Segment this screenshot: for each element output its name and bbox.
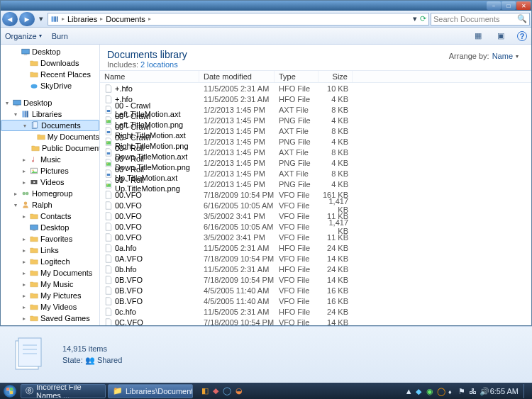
volume-icon[interactable]: 🔊 [480, 387, 488, 395]
tray-icon[interactable]: ◯ [437, 387, 445, 395]
expand-icon[interactable]: ▸ [21, 293, 27, 299]
network-icon[interactable]: 🖧 [469, 387, 477, 395]
address-bar[interactable]: ▸ Libraries ▸ Documents ▸ ▾ ⟳ [48, 13, 429, 26]
expand-icon[interactable]: ▾ [12, 111, 18, 118]
pinned-icon[interactable]: ◯ [223, 386, 231, 395]
file-row[interactable]: 00.VFO3/5/2002 3:41 PMVFO File11 KB [100, 232, 531, 242]
expand-icon[interactable]: ▸ [21, 168, 27, 174]
preview-pane-icon[interactable]: ▣ [494, 30, 507, 43]
expand-icon[interactable]: ▸ [21, 179, 27, 186]
file-row[interactable]: 0c.hfo11/5/2005 2:31 AMHFO File24 KB [100, 306, 531, 317]
navigation-pane[interactable]: DesktopDownloadsRecent PlacesSkyDrive▾De… [1, 45, 100, 325]
tray-icon[interactable]: ⬧ [448, 387, 456, 395]
expand-icon[interactable]: ▾ [12, 202, 18, 208]
forward-button[interactable]: ► [19, 12, 35, 26]
tree-item[interactable]: ▸Pictures [1, 165, 99, 176]
expand-icon[interactable]: ▸ [21, 304, 27, 310]
pinned-icon[interactable]: ◆ [213, 386, 218, 395]
help-icon[interactable]: ? [517, 31, 527, 41]
search-input[interactable]: Search Documents 🔍 [431, 13, 530, 26]
file-list[interactable]: +.hfo11/5/2005 2:31 AMHFO File10 KB+.hfo… [100, 83, 531, 325]
view-options-icon[interactable]: ▦ [472, 30, 484, 43]
file-row[interactable]: 0B.VFO4/5/2005 11:40 AMVFO File16 KB [100, 285, 531, 296]
file-row[interactable]: 00.VFO7/18/2009 10:54 PMVFO File161 KB [100, 189, 531, 200]
expand-icon[interactable]: ▸ [12, 191, 18, 197]
col-type[interactable]: Type [275, 71, 318, 82]
file-row[interactable]: 00.VFO6/16/2005 10:05 AMVFO File1,417 KB [100, 200, 531, 210]
file-row[interactable]: 0b.hfo11/5/2005 2:31 AMHFO File24 KB [100, 264, 531, 274]
tree-item[interactable]: ▸Videos [1, 176, 99, 188]
tree-item[interactable]: ▸Saved Games [1, 313, 99, 324]
tree-item[interactable]: Recent Places [1, 69, 99, 80]
organize-menu[interactable]: Organize▾ [5, 32, 42, 40]
tree-item[interactable]: ▸Homegroup [1, 188, 99, 199]
tree-item[interactable]: Downloads [1, 57, 99, 69]
address-dropdown-icon[interactable]: ▾ [413, 14, 417, 23]
file-row[interactable]: 0B.VFO4/5/2005 11:40 AMVFO File16 KB [100, 296, 531, 306]
minimize-button[interactable]: － [487, 1, 501, 10]
taskbar[interactable]: ⓔ Incorrect File Names ... 📁 Libraries\D… [0, 383, 532, 399]
expand-icon[interactable]: ▸ [21, 213, 27, 220]
expand-icon[interactable]: ▸ [21, 236, 27, 242]
arrange-by[interactable]: Arrange by: Name ▾ [449, 52, 519, 60]
system-tray[interactable]: ▲ ◆ ◉ ◯ ⬧ ⚑ 🖧 🔊 6:55 AM [405, 384, 531, 398]
tree-item[interactable]: Public Documents [1, 142, 99, 154]
breadcrumb-separator-icon[interactable]: ▸ [62, 16, 65, 22]
file-row[interactable]: 0A.VFO7/18/2009 10:54 PMVFO File14 KB [100, 253, 531, 264]
file-row[interactable]: 0a.hfo11/5/2005 2:31 AMHFO File24 KB [100, 242, 531, 253]
tray-icon[interactable]: ◆ [416, 387, 424, 395]
history-dropdown-icon[interactable]: ▾ [36, 12, 46, 26]
expand-icon[interactable]: ▸ [21, 281, 27, 288]
tree-item[interactable]: ▸My Documents [1, 267, 99, 279]
breadcrumb-separator-icon[interactable]: ▸ [100, 16, 103, 22]
taskbar-item-ie[interactable]: ⓔ Incorrect File Names ... [21, 384, 106, 398]
expand-icon[interactable]: ▸ [21, 247, 27, 254]
tree-item[interactable]: Desktop [1, 222, 99, 233]
tree-item[interactable]: ▾Documents [1, 120, 99, 131]
clock[interactable]: 6:55 AM [490, 387, 519, 395]
expand-icon[interactable]: ▸ [21, 259, 27, 265]
tray-icon[interactable]: ◉ [426, 387, 435, 395]
tree-item[interactable]: Desktop [1, 46, 99, 57]
column-headers[interactable]: Name Date modified Type Size [100, 70, 531, 83]
refresh-icon[interactable]: ⟳ [420, 14, 426, 23]
expand-icon[interactable]: ▸ [21, 270, 27, 276]
tree-item[interactable]: ▾Ralph [1, 199, 99, 210]
file-row[interactable]: +.hfo11/5/2005 2:31 AMHFO File10 KB [100, 83, 531, 94]
tree-item[interactable]: ▸Contacts [1, 210, 99, 222]
tree-item[interactable]: ▸My Pictures [1, 290, 99, 301]
tree-item[interactable]: SkyDrive [1, 80, 99, 91]
expand-icon[interactable]: ▸ [21, 315, 27, 322]
pinned-icon[interactable]: ◒ [235, 386, 243, 395]
tree-item[interactable]: My Documents [1, 131, 99, 142]
expand-icon[interactable]: ▸ [21, 157, 27, 163]
tree-item[interactable]: ▸Links [1, 245, 99, 256]
file-row[interactable]: 0C.VFO7/18/2009 10:54 PMVFO File14 KB [100, 317, 531, 325]
tree-item[interactable]: ▸Favorites [1, 233, 99, 245]
tray-icon[interactable]: ⚑ [458, 387, 467, 395]
tree-item[interactable]: ▾Libraries [1, 108, 99, 120]
col-size[interactable]: Size [318, 71, 353, 82]
back-button[interactable]: ◄ [2, 12, 18, 26]
burn-button[interactable]: Burn [52, 32, 68, 40]
maximize-button[interactable]: □ [501, 1, 516, 10]
close-button[interactable]: ✕ [516, 1, 531, 10]
file-row[interactable]: 00 - Roll Up.TitleMotion.png1/2/2013 1:4… [100, 179, 531, 189]
file-row[interactable]: 00.VFO3/5/2002 3:41 PMVFO File11 KB [100, 210, 531, 221]
tree-item[interactable]: ▸Logitech [1, 256, 99, 267]
tree-item[interactable]: ▸Music [1, 154, 99, 165]
tray-icon[interactable]: ▲ [405, 387, 414, 395]
breadcrumb-separator-icon[interactable]: ▸ [148, 16, 151, 22]
file-row[interactable]: 00.VFO6/16/2005 10:05 AMVFO File1,417 KB [100, 221, 531, 232]
col-date[interactable]: Date modified [199, 71, 275, 82]
file-row[interactable]: 0B.VFO7/18/2009 10:54 PMVFO File14 KB [100, 274, 531, 285]
breadcrumb-documents[interactable]: Documents [106, 15, 145, 23]
breadcrumb-libraries[interactable]: Libraries [67, 15, 97, 23]
tree-item[interactable]: ▸My Videos [1, 301, 99, 313]
start-button[interactable] [1, 383, 18, 399]
expand-icon[interactable]: ▾ [21, 123, 28, 129]
window-titlebar[interactable]: － □ ✕ [1, 1, 531, 11]
pinned-icon[interactable]: ◧ [201, 386, 209, 395]
show-desktop-button[interactable] [523, 384, 528, 398]
tree-item[interactable]: ▾Desktop [1, 97, 99, 108]
